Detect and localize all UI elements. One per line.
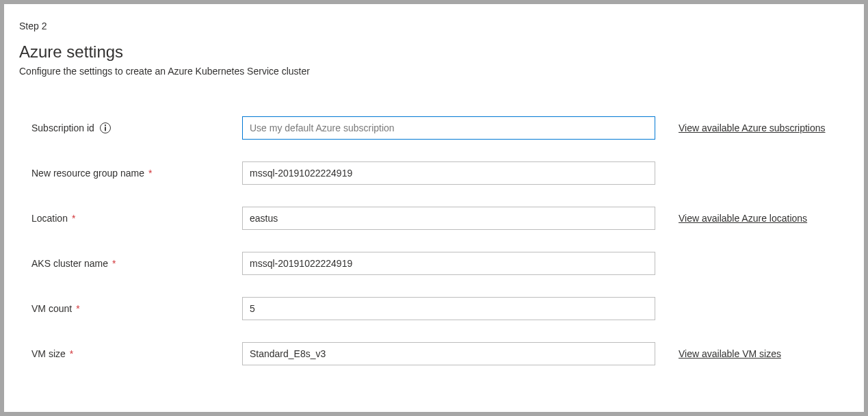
row-aks-cluster: AKS cluster name *: [31, 252, 849, 275]
label-location: Location *: [31, 213, 242, 224]
label-text: Subscription id: [31, 122, 94, 133]
label-subscription-id: Subscription id: [31, 122, 242, 133]
window-frame: Step 2 Azure settings Configure the sett…: [0, 0, 868, 416]
label-vm-size: VM size *: [31, 348, 242, 359]
form-rows: Subscription id View available Azure sub…: [19, 116, 849, 365]
label-text: New resource group name: [31, 168, 144, 179]
label-text: VM size: [31, 348, 66, 359]
page-title: Azure settings: [19, 42, 849, 62]
svg-rect-1: [105, 127, 106, 131]
link-view-vm-sizes[interactable]: View available VM sizes: [679, 348, 781, 359]
label-vm-count: VM count *: [31, 303, 242, 314]
vm-size-input[interactable]: [242, 342, 655, 365]
required-asterisk: *: [112, 258, 116, 269]
info-icon[interactable]: [100, 122, 111, 133]
link-view-locations[interactable]: View available Azure locations: [679, 213, 807, 224]
aks-cluster-input[interactable]: [242, 252, 655, 275]
required-asterisk: *: [148, 168, 152, 179]
location-input[interactable]: [242, 207, 655, 230]
resource-group-input[interactable]: [242, 161, 655, 185]
label-text: AKS cluster name: [31, 258, 108, 269]
row-resource-group: New resource group name *: [31, 161, 849, 185]
row-vm-size: VM size * View available VM sizes: [31, 342, 849, 365]
page-subtitle: Configure the settings to create an Azur…: [19, 66, 849, 77]
label-resource-group: New resource group name *: [31, 168, 242, 179]
step-label: Step 2: [19, 21, 849, 31]
svg-point-0: [105, 125, 106, 126]
row-vm-count: VM count *: [31, 297, 849, 320]
label-aks-cluster: AKS cluster name *: [31, 258, 242, 269]
vm-count-input[interactable]: [242, 297, 655, 320]
azure-settings-panel: Step 2 Azure settings Configure the sett…: [4, 4, 864, 412]
row-location: Location * View available Azure location…: [31, 207, 849, 230]
label-text: Location: [31, 213, 68, 224]
required-asterisk: *: [76, 303, 79, 314]
required-asterisk: *: [70, 348, 73, 359]
link-view-subscriptions[interactable]: View available Azure subscriptions: [679, 122, 826, 133]
label-text: VM count: [31, 303, 72, 314]
subscription-id-input[interactable]: [242, 116, 655, 140]
required-asterisk: *: [72, 213, 75, 224]
row-subscription-id: Subscription id View available Azure sub…: [31, 116, 849, 140]
